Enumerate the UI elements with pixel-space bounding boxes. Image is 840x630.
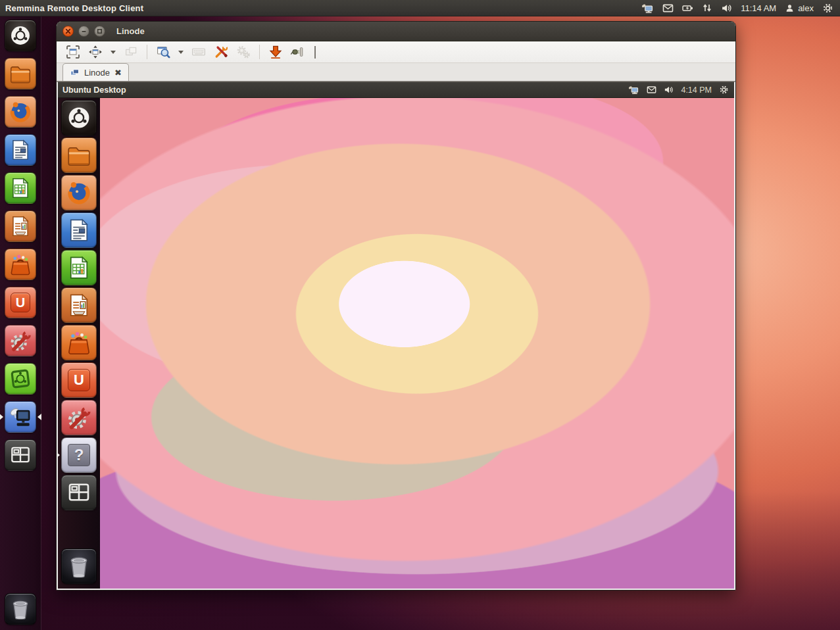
close-icon xyxy=(64,27,72,36)
scaled-mode-icon xyxy=(155,44,171,60)
tab-linode[interactable]: Linode ✖ xyxy=(62,63,129,81)
remmina-window: Linode Linode ✖ xyxy=(56,21,736,591)
software-center-icon xyxy=(8,252,33,277)
remmina-toolbar xyxy=(57,41,735,63)
scaled-mode-dropdown[interactable] xyxy=(178,51,184,54)
impress-icon xyxy=(8,214,33,239)
workspace-switcher-icon xyxy=(65,479,93,506)
close-button[interactable] xyxy=(62,26,74,37)
remote-remmina-indicator-icon[interactable] xyxy=(628,85,639,95)
plugin-gears-button[interactable] xyxy=(234,43,253,61)
minimize-icon xyxy=(80,27,88,36)
duplicate-connection-button[interactable] xyxy=(121,43,141,61)
keyboard-grab-icon xyxy=(191,44,207,60)
duplicate-connection-icon xyxy=(123,44,139,60)
remote-indicator-tray: 4:14 PM xyxy=(628,85,729,95)
user-icon xyxy=(785,3,795,13)
remote-launcher-item-libreoffice-calc[interactable] xyxy=(61,250,97,285)
remote-mail-indicator-icon[interactable] xyxy=(647,85,656,95)
launcher-item-firefox[interactable] xyxy=(5,96,36,128)
remote-launcher-item-unknown-app[interactable]: ? xyxy=(61,437,97,473)
launcher-item-libreoffice-writer[interactable] xyxy=(5,134,36,166)
session-gear-icon[interactable] xyxy=(822,3,833,14)
host-top-panel: Remmina Remote Desktop Client 11:14 AM a… xyxy=(0,0,840,16)
mail-indicator-icon[interactable] xyxy=(662,3,674,14)
remote-desktop: Ubuntu Desktop 4:14 PM xyxy=(58,82,734,589)
remote-launcher-item-libreoffice-writer[interactable] xyxy=(61,212,97,248)
user-menu[interactable]: alex xyxy=(785,3,814,13)
launcher-item-home-folder[interactable] xyxy=(5,58,36,89)
trash-icon xyxy=(64,552,93,581)
software-updater-icon xyxy=(8,366,33,391)
remote-clock[interactable]: 4:14 PM xyxy=(681,85,712,95)
dash-icon xyxy=(8,23,33,48)
remote-volume-indicator-icon[interactable] xyxy=(664,85,674,95)
tab-close-button[interactable]: ✖ xyxy=(114,68,122,77)
fit-window-icon xyxy=(87,44,103,60)
battery-indicator-icon[interactable] xyxy=(682,3,693,14)
remote-active-app-title: Ubuntu Desktop xyxy=(62,85,126,95)
launcher-item-software-updater[interactable] xyxy=(5,363,36,395)
scaled-mode-button[interactable] xyxy=(153,43,173,61)
home-folder-icon xyxy=(8,61,33,86)
calc-icon xyxy=(65,254,93,281)
dash-icon xyxy=(65,104,93,132)
active-app-title: Remmina Remote Desktop Client xyxy=(5,3,143,13)
launcher-item-ubuntu-one[interactable]: U xyxy=(5,287,36,318)
remote-wallpaper xyxy=(100,98,734,589)
remote-launcher-item-firefox[interactable] xyxy=(61,175,97,210)
ubuntu-one-icon: U xyxy=(11,293,30,312)
remote-launcher-item-ubuntu-one[interactable]: U xyxy=(61,362,97,398)
remote-launcher-item-dash[interactable] xyxy=(61,100,97,135)
user-name: alex xyxy=(798,3,814,13)
launcher-item-remmina[interactable] xyxy=(5,401,36,433)
tools-icon xyxy=(213,44,229,60)
fit-window-dropdown[interactable] xyxy=(111,51,116,54)
software-center-icon xyxy=(65,329,93,356)
volume-indicator-icon[interactable] xyxy=(721,3,732,14)
host-clock[interactable]: 11:14 AM xyxy=(741,3,776,13)
fullscreen-icon xyxy=(65,44,81,60)
writer-icon xyxy=(65,216,93,244)
toolbar-separator xyxy=(147,45,147,59)
remote-launcher-item-system-settings[interactable] xyxy=(61,400,97,435)
network-indicator-icon[interactable] xyxy=(702,3,712,13)
remote-launcher-item-home-folder[interactable] xyxy=(61,137,97,173)
launcher-item-libreoffice-impress[interactable] xyxy=(5,210,36,242)
focused-arrow-icon xyxy=(37,414,41,420)
ubuntu-one-icon: U xyxy=(68,369,90,391)
launcher-item-libreoffice-calc[interactable] xyxy=(5,172,36,204)
remote-session-gear-icon[interactable] xyxy=(719,85,729,95)
remmina-indicator-icon[interactable] xyxy=(641,3,654,14)
launcher-item-dash[interactable] xyxy=(5,20,36,51)
screenshot-grab-button[interactable] xyxy=(266,43,285,61)
remote-desktop-body: U ? xyxy=(58,98,734,589)
remote-top-panel: Ubuntu Desktop 4:14 PM xyxy=(58,82,734,98)
keyboard-grab-button[interactable] xyxy=(189,43,209,61)
screenshot-grab-icon xyxy=(268,44,284,60)
toolbar-separator xyxy=(259,45,260,59)
remote-launcher-item-software-center[interactable] xyxy=(61,325,97,360)
minimize-button[interactable] xyxy=(78,26,89,37)
firefox-icon xyxy=(7,99,34,125)
writer-icon xyxy=(8,137,33,162)
desktop-root: Remmina Remote Desktop Client 11:14 AM a… xyxy=(0,0,840,630)
window-titlebar[interactable]: Linode xyxy=(57,22,735,41)
launcher-item-trash[interactable] xyxy=(5,593,36,625)
system-settings-icon xyxy=(65,404,93,431)
fit-window-button[interactable] xyxy=(86,43,105,61)
tools-button[interactable] xyxy=(211,43,231,61)
launcher-item-workspace-switcher[interactable] xyxy=(5,439,36,471)
remote-launcher-item-trash[interactable] xyxy=(61,548,97,584)
focused-arrow-icon xyxy=(58,452,60,458)
remote-launcher-item-libreoffice-impress[interactable] xyxy=(61,287,97,323)
launcher-item-software-center[interactable] xyxy=(5,249,36,280)
maximize-icon xyxy=(95,27,104,36)
remote-launcher: U ? xyxy=(58,98,100,589)
disconnect-button[interactable] xyxy=(288,43,308,61)
connection-tabbar: Linode ✖ xyxy=(57,63,735,82)
fullscreen-button[interactable] xyxy=(63,43,83,61)
remote-launcher-item-workspace-switcher[interactable] xyxy=(61,475,97,510)
maximize-button[interactable] xyxy=(94,26,105,37)
launcher-item-system-settings[interactable] xyxy=(5,325,36,356)
